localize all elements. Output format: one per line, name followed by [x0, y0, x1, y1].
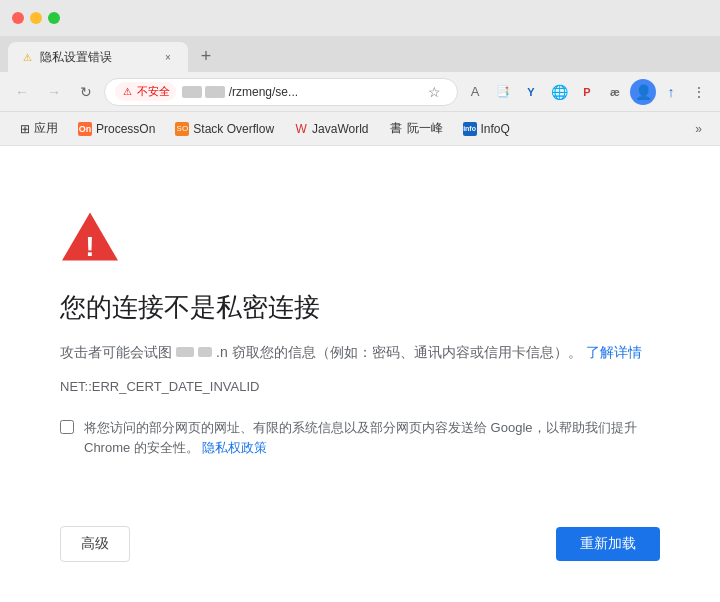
tab-favicon-icon: ⚠ — [20, 50, 34, 64]
minimize-button[interactable] — [30, 12, 42, 24]
ruanyifeng-label: 阮一峰 — [407, 120, 443, 137]
bookmark-javaworld[interactable]: W JavaWorld — [286, 118, 376, 140]
bookmark-ext-button[interactable]: 📑 — [490, 79, 516, 105]
redacted-block-2 — [205, 86, 225, 98]
active-tab[interactable]: ⚠ 隐私设置错误 × — [8, 42, 188, 72]
security-label: 不安全 — [137, 84, 170, 99]
bookmarks-bar: ⊞ 应用 On ProcessOn SO Stack Overflow W Ja… — [0, 112, 720, 146]
processon-label: ProcessOn — [96, 122, 155, 136]
translate-icon: A — [471, 84, 480, 99]
ligature-icon: æ — [610, 86, 620, 98]
star-icon: ☆ — [428, 84, 441, 100]
processon-icon: On — [78, 122, 92, 136]
nav-icons: A 📑 Y 🌐 P æ 👤 ↑ ⋮ — [462, 79, 712, 105]
error-triangle-icon: ! — [60, 206, 120, 266]
button-row: 高级 重新加载 — [60, 526, 660, 562]
window-controls — [12, 12, 60, 24]
more-menu-icon: ⋮ — [692, 84, 706, 100]
apps-label: 应用 — [34, 120, 58, 137]
ruanyifeng-icon: 書 — [389, 122, 403, 136]
ligature-button[interactable]: æ — [602, 79, 628, 105]
youdao-button[interactable]: Y — [518, 79, 544, 105]
error-title: 您的连接不是私密连接 — [60, 290, 660, 325]
bookmark-stackoverflow[interactable]: SO Stack Overflow — [167, 118, 282, 140]
bookmark-ruanyifeng[interactable]: 書 阮一峰 — [381, 116, 451, 141]
pinyin-button[interactable]: P — [574, 79, 600, 105]
pinyin-icon: P — [583, 86, 590, 98]
url-visible: /rzmeng/se... — [229, 85, 298, 99]
bookmark-ext-icon: 📑 — [496, 85, 510, 98]
redacted-block-1 — [182, 86, 202, 98]
google-reporting-section: 将您访问的部分网页的网址、有限的系统信息以及部分网页内容发送给 Google，以… — [60, 418, 640, 457]
google-reporting-checkbox[interactable] — [60, 420, 74, 434]
maximize-button[interactable] — [48, 12, 60, 24]
learn-more-link[interactable]: 了解详情 — [586, 341, 642, 363]
description-prefix: 攻击者可能会试图 — [60, 341, 172, 363]
bookmarks-more-button[interactable]: » — [689, 118, 708, 140]
new-tab-button[interactable]: + — [192, 42, 220, 70]
bookmark-processon[interactable]: On ProcessOn — [70, 118, 163, 140]
title-bar — [0, 0, 720, 36]
star-button[interactable]: ☆ — [421, 79, 447, 105]
apps-grid-icon: ⊞ — [20, 122, 30, 136]
back-icon: ← — [15, 84, 29, 100]
youdao-icon: Y — [527, 86, 534, 98]
privacy-policy-link[interactable]: 隐私权政策 — [202, 440, 267, 455]
checkbox-label[interactable]: 将您访问的部分网页的网址、有限的系统信息以及部分网页内容发送给 Google，以… — [84, 418, 640, 457]
bookmark-infoq[interactable]: info InfoQ — [455, 118, 518, 140]
update-icon: ↑ — [668, 84, 675, 100]
infoq-favicon-icon: info — [463, 122, 477, 136]
checkbox-text: 将您访问的部分网页的网址、有限的系统信息以及部分网页内容发送给 Google，以… — [84, 420, 637, 455]
error-description: 攻击者可能会试图 .n 窃取您的信息（例如：密码、通讯内容或信用卡信息）。 了解… — [60, 341, 660, 363]
forward-icon: → — [47, 84, 61, 100]
javaworld-icon: W — [294, 122, 308, 136]
url-text: /rzmeng/se... — [182, 85, 415, 99]
translate-button[interactable]: A — [462, 79, 488, 105]
close-button[interactable] — [12, 12, 24, 24]
main-content: ! 您的连接不是私密连接 攻击者可能会试图 .n 窃取您的信息（例如：密码、通讯… — [0, 146, 720, 602]
avatar-icon: 👤 — [635, 84, 652, 100]
reload-button[interactable]: 重新加载 — [556, 527, 660, 561]
refresh-icon: ↻ — [80, 84, 92, 100]
tab-close-button[interactable]: × — [160, 49, 176, 65]
error-code: NET::ERR_CERT_DATE_INVALID — [60, 379, 660, 394]
redacted-url-2 — [198, 347, 212, 357]
warning-icon: ⚠ — [121, 86, 133, 98]
svg-text:!: ! — [85, 231, 94, 262]
refresh-button[interactable]: ↻ — [72, 78, 100, 106]
description-suffix: .n 窃取您的信息（例如：密码、通讯内容或信用卡信息）。 — [216, 341, 582, 363]
address-bar[interactable]: ⚠ 不安全 /rzmeng/se... ☆ — [104, 78, 458, 106]
ext-circle-icon: 🌐 — [551, 84, 568, 100]
redacted-url-1 — [176, 347, 194, 357]
more-menu-button[interactable]: ⋮ — [686, 79, 712, 105]
nav-bar: ← → ↻ ⚠ 不安全 /rzmeng/se... ☆ A 📑 Y — [0, 72, 720, 112]
tab-bar: ⚠ 隐私设置错误 × + — [0, 36, 720, 72]
update-button[interactable]: ↑ — [658, 79, 684, 105]
back-button[interactable]: ← — [8, 78, 36, 106]
security-warning: ⚠ 不安全 — [115, 82, 176, 101]
javaworld-label: JavaWorld — [312, 122, 368, 136]
stackoverflow-label: Stack Overflow — [193, 122, 274, 136]
apps-bookmark[interactable]: ⊞ 应用 — [12, 116, 66, 141]
tab-title: 隐私设置错误 — [40, 49, 154, 66]
profile-avatar[interactable]: 👤 — [630, 79, 656, 105]
advanced-button[interactable]: 高级 — [60, 526, 130, 562]
infoq-label: InfoQ — [481, 122, 510, 136]
forward-button[interactable]: → — [40, 78, 68, 106]
stackoverflow-icon: SO — [175, 122, 189, 136]
ext-circle-button[interactable]: 🌐 — [546, 79, 572, 105]
